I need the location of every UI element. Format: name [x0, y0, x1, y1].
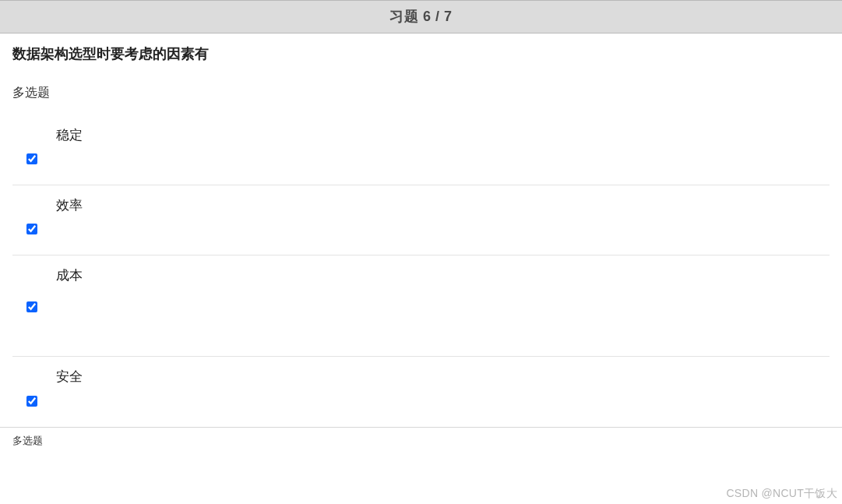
footer-type-label: 多选题 [12, 435, 43, 446]
option-checkbox[interactable] [26, 224, 37, 234]
option-label: 安全 [56, 365, 830, 397]
footer-type-row: 多选题 [0, 427, 842, 456]
option-item[interactable]: 安全 [12, 357, 830, 427]
option-checkbox[interactable] [26, 153, 37, 164]
option-item[interactable]: 效率 [12, 185, 830, 256]
option-label: 稳定 [56, 123, 830, 155]
question-title: 数据架构选型时要考虑的因素有 [0, 33, 842, 66]
page-header: 习题 6 / 7 [0, 0, 842, 33]
option-item[interactable]: 成本 [12, 256, 830, 357]
option-label: 效率 [56, 193, 830, 225]
question-type-label: 多选题 [0, 66, 842, 115]
page-title: 习题 6 / 7 [389, 9, 452, 24]
option-item[interactable]: 稳定 [12, 115, 830, 185]
option-label: 成本 [56, 263, 830, 295]
option-checkbox[interactable] [26, 301, 37, 312]
option-checkbox[interactable] [26, 396, 37, 407]
options-list: 稳定 效率 成本 安全 [0, 115, 842, 427]
